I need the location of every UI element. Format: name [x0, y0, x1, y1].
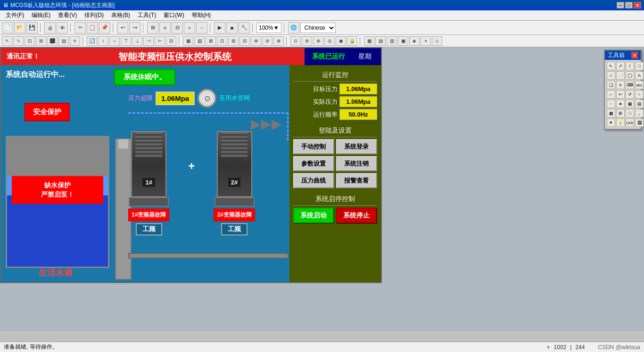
tool-arrow[interactable]: ↗ — [616, 62, 625, 70]
zoom-out-btn[interactable]: − — [196, 22, 207, 34]
tb2-16[interactable]: ▦ — [183, 36, 193, 46]
tool-filled-circle[interactable]: ● — [616, 100, 625, 108]
tool-led[interactable]: LED — [626, 118, 634, 127]
undo-btn[interactable]: ↩ — [117, 22, 128, 34]
tb2-25[interactable]: ⊙ — [290, 36, 301, 46]
param-set-btn[interactable]: 参数设置 — [293, 156, 334, 171]
tb2-10[interactable]: ↔ — [109, 36, 120, 46]
menu-file[interactable]: 文件(F) — [2, 10, 28, 20]
menu-help[interactable]: 帮助(H) — [188, 10, 215, 20]
tb2-12[interactable]: ⊥ — [132, 36, 142, 46]
tb2-13[interactable]: ⊣ — [143, 36, 154, 46]
debug-btn[interactable]: 🔧 — [239, 22, 250, 34]
run-btn[interactable]: ▶ — [214, 22, 225, 34]
tb2-26[interactable]: ⊚ — [302, 36, 312, 46]
close-btn[interactable]: ✕ — [634, 2, 641, 8]
tool-text[interactable]: A — [635, 71, 644, 80]
tb2-5[interactable]: ⬛ — [47, 36, 58, 46]
snap-btn[interactable]: ⊟ — [172, 22, 183, 34]
tb2-7[interactable]: ≡ — [70, 36, 80, 46]
tb2-35[interactable]: ◈ — [409, 36, 420, 46]
tb2-36[interactable]: ⋄ — [421, 36, 431, 46]
tool-ellipse[interactable]: ○ — [607, 71, 615, 80]
tool-input[interactable]: ❏ — [607, 81, 615, 89]
system-login-btn[interactable]: 系统登录 — [336, 139, 377, 154]
tool-grid1[interactable]: ▦ — [626, 100, 634, 108]
tb2-22[interactable]: ⊕ — [251, 36, 261, 46]
tb2-34[interactable]: ▣ — [398, 36, 408, 46]
alarm-view-btn[interactable]: 报警查看 — [336, 173, 377, 188]
tb2-37[interactable]: ◇ — [432, 36, 442, 46]
tb2-20[interactable]: ⊞ — [228, 36, 239, 46]
paste-btn[interactable]: 📌 — [99, 22, 110, 34]
tb2-29[interactable]: ◉ — [336, 36, 346, 46]
tb2-4[interactable]: ⊞ — [36, 36, 46, 46]
tb2-3[interactable]: ⊡ — [25, 36, 35, 46]
tb2-6[interactable]: ▤ — [58, 36, 69, 46]
new-btn[interactable]: 📄 — [2, 22, 13, 34]
tool-label[interactable]: abc — [635, 81, 644, 89]
tb2-27[interactable]: ⊛ — [313, 36, 323, 46]
maximize-btn[interactable]: □ — [625, 2, 633, 8]
tb2-33[interactable]: ▥ — [387, 36, 397, 46]
tool-undo[interactable]: ↩ — [616, 90, 625, 99]
grid-btn[interactable]: ⊞ — [147, 22, 158, 34]
tool-rect[interactable]: □ — [635, 62, 644, 70]
open-btn[interactable]: 📂 — [14, 22, 25, 34]
tool-group[interactable]: ≡ — [616, 81, 625, 89]
tb2-21[interactable]: ⊟ — [239, 36, 250, 46]
tb2-15[interactable]: ⊟ — [166, 36, 176, 46]
stop-toolbar-btn[interactable]: ■ — [226, 22, 238, 34]
tb2-17[interactable]: ▧ — [194, 36, 205, 46]
toolbox-close-btn[interactable]: ✕ — [631, 52, 638, 59]
tool-image[interactable]: 🖼 — [635, 118, 644, 127]
tool-table[interactable]: ⊞ — [616, 109, 625, 117]
tool-select[interactable]: ↖ — [607, 62, 615, 70]
menu-tools[interactable]: 工具(T) — [134, 10, 160, 20]
tool-shape[interactable]: □ — [626, 109, 634, 117]
tool-grid3[interactable]: ▦ — [607, 109, 615, 117]
system-stop-btn[interactable]: 系统停止 — [336, 208, 377, 224]
tool-dot[interactable]: ◦ — [607, 100, 615, 108]
tb2-32[interactable]: ▤ — [375, 36, 386, 46]
sleep-button[interactable]: 系统休眠中。 — [114, 69, 175, 85]
tb2-11[interactable]: ⊤ — [121, 36, 131, 46]
tb2-8[interactable]: 🔄 — [87, 36, 97, 46]
copy-btn[interactable]: 📋 — [87, 22, 98, 34]
minimize-btn[interactable]: ─ — [617, 2, 624, 8]
manual-ctrl-btn[interactable]: 手动控制 — [293, 139, 334, 154]
tool-star[interactable]: ✦ — [607, 118, 615, 127]
tool-curve[interactable]: ⌐ — [607, 90, 615, 99]
tb2-18[interactable]: ⊠ — [206, 36, 216, 46]
menu-edit[interactable]: 编辑(E) — [28, 10, 54, 20]
save-btn[interactable]: 💾 — [26, 22, 38, 34]
tb2-1[interactable]: ↖ — [2, 36, 12, 46]
tb2-28[interactable]: ◎ — [324, 36, 335, 46]
cut-btn[interactable]: ✂ — [74, 22, 86, 34]
pressure-curve-btn[interactable]: 压力曲线 — [293, 173, 334, 188]
tb2-14[interactable]: ⊢ — [155, 36, 165, 46]
tb2-2[interactable]: ⤡ — [13, 36, 24, 46]
zoom-in-btn[interactable]: + — [184, 22, 195, 34]
tool-line[interactable]: / — [626, 62, 634, 70]
menu-view[interactable]: 查看(V) — [54, 10, 81, 20]
print-btn[interactable]: 🖨 — [44, 22, 56, 34]
menu-window[interactable]: 窗口(W) — [160, 10, 188, 20]
tb2-31[interactable]: ▦ — [364, 36, 374, 46]
tool-roundrect[interactable]: ⬜ — [616, 71, 625, 80]
zoom-dropdown-icon[interactable]: ▼ — [273, 25, 279, 31]
tool-circle[interactable]: ◯ — [626, 71, 634, 80]
tool-redo[interactable]: ↺ — [626, 90, 634, 99]
tool-circle2[interactable]: ○ — [635, 90, 644, 99]
menu-table[interactable]: 表格(B) — [107, 10, 134, 20]
tb2-30[interactable]: 🔒 — [347, 36, 357, 46]
align-btn[interactable]: ≡ — [159, 22, 171, 34]
language-dropdown[interactable]: Chinese English — [300, 23, 336, 33]
tb2-9[interactable]: ↕ — [98, 36, 108, 46]
tb2-19[interactable]: ⊡ — [217, 36, 227, 46]
title-controls[interactable]: ─ □ ✕ — [617, 2, 641, 8]
tool-corner[interactable]: ⌞ — [635, 109, 644, 117]
tool-grid2[interactable]: ▤ — [635, 100, 644, 108]
redo-btn[interactable]: ↪ — [129, 22, 140, 34]
system-start-btn[interactable]: 系统启动 — [293, 208, 334, 224]
